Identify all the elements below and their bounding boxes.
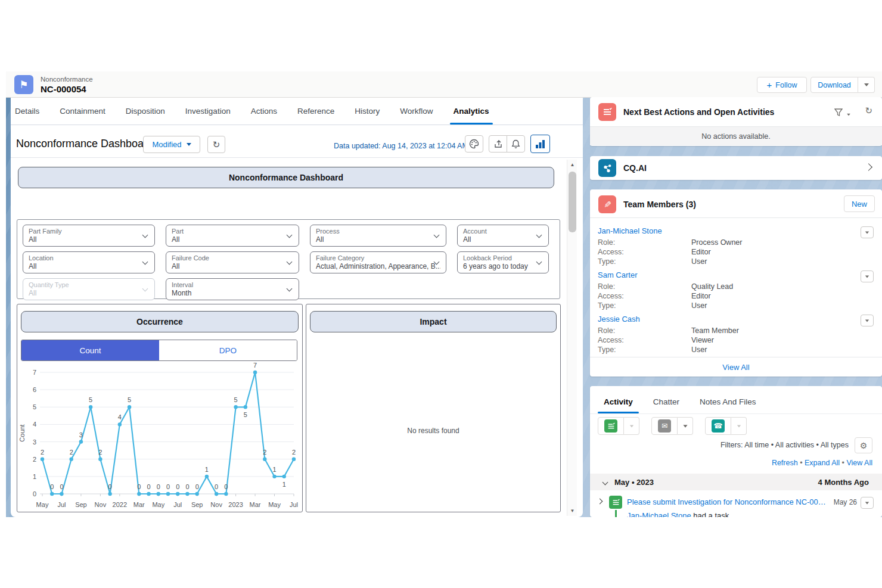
dashboard-scrollbar[interactable]: ▲ ▼: [567, 160, 577, 516]
team-members-card: ✎ Team Members (3) New Jan-Michael Stone…: [590, 189, 882, 377]
tab-chatter[interactable]: Chatter: [653, 390, 679, 413]
chevron-down-icon: [847, 114, 850, 116]
share-dashboard-button[interactable]: [489, 135, 507, 153]
tab-details[interactable]: Details: [15, 98, 39, 125]
scroll-up-icon[interactable]: ▲: [567, 160, 577, 170]
data-updated-text: Data updated: Aug 14, 2023 at 12:04 AM: [334, 142, 468, 150]
refresh-dashboard-button[interactable]: ↻: [207, 136, 225, 153]
svg-text:2: 2: [70, 449, 73, 456]
tab-actions[interactable]: Actions: [251, 98, 277, 125]
member-actions-button[interactable]: [861, 270, 874, 282]
download-menu-button[interactable]: [858, 77, 875, 93]
svg-text:5: 5: [128, 396, 131, 403]
tab-analytics[interactable]: Analytics: [454, 98, 489, 125]
team-members-title: Team Members (3): [623, 200, 696, 209]
toggle-dpo[interactable]: DPO: [159, 340, 297, 360]
activity-filters-text: Filters: All time • All activities • All…: [720, 441, 849, 449]
cqai-card[interactable]: CQ.AI: [590, 156, 882, 180]
task-menu-button[interactable]: [624, 417, 639, 435]
email-button[interactable]: ✉: [651, 417, 678, 435]
tab-history[interactable]: History: [355, 98, 380, 125]
tab-workflow[interactable]: Workflow: [400, 98, 433, 125]
filter-process[interactable]: ProcessAll: [310, 225, 446, 247]
notifications-button[interactable]: [507, 135, 525, 153]
svg-text:Jul: Jul: [57, 501, 66, 508]
view-all-link[interactable]: View All: [846, 459, 872, 467]
filter-part[interactable]: PartAll: [166, 225, 299, 247]
pencil-icon: ✎: [602, 201, 613, 209]
filter-account[interactable]: AccountAll: [457, 225, 549, 247]
member-name-link[interactable]: Jan-Michael Stone: [598, 226, 662, 235]
task-title-link[interactable]: Please submit Investigation for Nonconfo…: [627, 497, 827, 506]
svg-text:Nov: Nov: [95, 501, 107, 508]
member-name-link[interactable]: Sam Carter: [598, 270, 637, 279]
view-all-members-link[interactable]: View All: [722, 363, 749, 372]
member-actions-button[interactable]: [861, 315, 874, 326]
toggle-count[interactable]: Count: [21, 340, 159, 360]
filter-part-family[interactable]: Part FamilyAll: [23, 225, 155, 247]
chevron-down-icon: [187, 143, 191, 146]
member-actions-button[interactable]: [861, 226, 874, 238]
svg-text:0: 0: [176, 483, 179, 490]
filter-quantity-type: Quantity TypeAll: [23, 278, 155, 300]
follow-button[interactable]: + Follow: [757, 77, 807, 93]
bell-icon: [511, 139, 520, 149]
refresh-link[interactable]: Refresh: [772, 459, 798, 467]
svg-text:0: 0: [215, 483, 218, 490]
call-menu-button[interactable]: [731, 417, 747, 435]
task-actions-button[interactable]: [861, 497, 874, 509]
tab-disposition[interactable]: Disposition: [126, 98, 165, 125]
task-actor-link[interactable]: Jan-Michael Stone: [627, 511, 691, 517]
chevron-down-icon: [865, 502, 869, 504]
impact-header: Impact: [310, 311, 557, 332]
timeline-month-header[interactable]: May • 2023 4 Months Ago: [590, 474, 882, 490]
occurrence-line-chart: 01234567MayJulSepNov2022MarMayJulSepNov2…: [18, 363, 301, 511]
cqai-title: CQ.AI: [623, 163, 647, 173]
call-icon: ☎: [712, 419, 725, 433]
object-label: Nonconformance: [41, 76, 93, 83]
download-label: Download: [818, 81, 851, 89]
new-task-button[interactable]: [598, 417, 624, 435]
refresh-activities-icon[interactable]: ↻: [865, 105, 872, 116]
chevron-down-icon: [629, 425, 633, 427]
svg-text:May: May: [268, 501, 281, 508]
chevron-down-icon: [603, 479, 608, 485]
svg-text:Sep: Sep: [75, 501, 87, 508]
member-name-link[interactable]: Jessie Cash: [598, 315, 640, 323]
log-call-button[interactable]: ☎: [705, 417, 731, 435]
toolbar-divider: [11, 157, 583, 158]
theme-palette-button[interactable]: [465, 135, 483, 153]
filter-interval[interactable]: IntervalMonth: [166, 278, 299, 300]
occurrence-panel: Occurrence Count DPO 01234567MayJulSepNo…: [17, 304, 303, 512]
tab-containment[interactable]: Containment: [60, 98, 105, 125]
chevron-right-icon[interactable]: [597, 499, 603, 505]
filter-failure-code[interactable]: Failure CodeAll: [166, 251, 299, 273]
svg-text:2: 2: [263, 449, 266, 456]
next-best-actions-icon: [598, 103, 616, 121]
tab-activity[interactable]: Activity: [604, 390, 633, 413]
tab-notes-and-files[interactable]: Notes And Files: [700, 390, 756, 413]
svg-text:5: 5: [33, 403, 36, 410]
filter-location[interactable]: LocationAll: [23, 251, 155, 273]
activity-settings-button[interactable]: ⚙: [855, 437, 872, 453]
filter-activities-button[interactable]: [834, 108, 851, 119]
chevron-down-icon: [865, 231, 869, 234]
view-selector-button[interactable]: Modified: [143, 136, 200, 153]
filter-failure-category[interactable]: Failure CategoryActual, Administration, …: [310, 251, 446, 273]
nonconformance-flag-icon: ⚑: [14, 75, 33, 94]
scroll-down-icon[interactable]: ▼: [567, 506, 577, 516]
svg-text:May: May: [152, 501, 164, 508]
task-date: May 26: [834, 498, 857, 506]
svg-text:1: 1: [282, 481, 286, 488]
record-header: ⚑ Nonconformance NC-000054 + Follow Down…: [6, 71, 882, 98]
email-menu-button[interactable]: [678, 417, 693, 435]
download-button[interactable]: Download: [810, 77, 858, 93]
chart-view-button[interactable]: [530, 135, 550, 153]
tab-investigation[interactable]: Investigation: [185, 98, 231, 125]
expand-all-link[interactable]: Expand All: [805, 459, 840, 467]
new-team-member-button[interactable]: New: [844, 195, 875, 212]
filter-lookback-period[interactable]: Lookback Period6 years ago to today: [457, 251, 549, 273]
scrollbar-thumb[interactable]: [569, 172, 576, 232]
tab-reference[interactable]: Reference: [297, 98, 334, 125]
svg-text:0: 0: [195, 483, 199, 490]
